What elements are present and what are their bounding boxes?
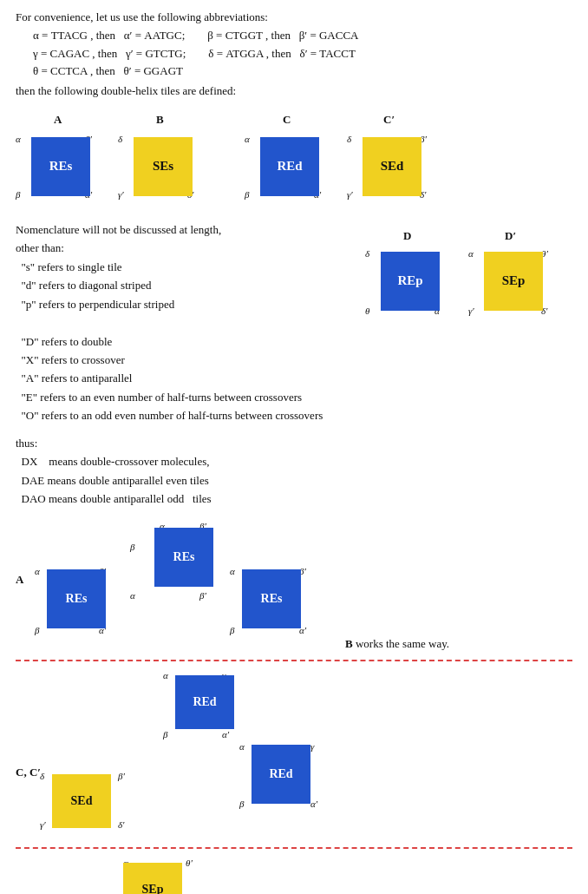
CC-sed-beta-prime: β′ [118, 771, 125, 781]
abbrev-row1: α = TTACG , then α′ = AATGC; β = CTGGT ,… [16, 27, 572, 45]
tile-C-alpha: α [245, 134, 250, 144]
A2-alpha-bot: α [130, 590, 135, 601]
tile-C-label: C [283, 113, 291, 127]
tile-group-CC-sed: δ β′ γ′ δ′ SEd [40, 752, 153, 838]
tile-D-theta: θ [365, 306, 369, 316]
CC-sed-delta-prime: δ′ [118, 819, 125, 830]
tile-D-box: REp [381, 252, 440, 311]
tile-A-label: A [54, 113, 62, 127]
abbrev-defined: then the following double-helix tiles ar… [16, 82, 572, 101]
abbrev-intro: For convenience, let us use the followin… [16, 9, 572, 27]
tile-C-box: REd [260, 137, 319, 196]
A1-beta: β [35, 625, 39, 635]
tile-Cprime-label: C′ [383, 113, 395, 127]
DD-sep-theta-prime: θ′ [186, 858, 193, 868]
section-a: A α β′ β α′ REs α β′ β α′ REs α β′ α β′ … [16, 521, 572, 651]
nomenclature-d: "d" refers to diagonal striped [16, 276, 356, 294]
tile-Cprime-delta: δ [347, 134, 351, 144]
abbrev-row2: γ = CAGAC , then γ′ = GTCTG; δ = ATGGA ,… [16, 45, 572, 63]
A1-alpha: α [35, 566, 40, 576]
tile-D-delta: δ [365, 248, 369, 259]
divider-2 [16, 847, 572, 849]
thus-dae: DAE means double antiparallel even tiles [16, 471, 572, 490]
A3-beta: β [230, 625, 234, 635]
nomenclature-D: "D" refers to double [16, 332, 356, 351]
CC-top-alpha-prime: α′ [222, 729, 229, 740]
tile-A-alpha: α [16, 134, 21, 144]
tile-group-A: A α β′ β α′ REs [16, 113, 111, 208]
tile-CC-top-box: REd [175, 675, 234, 729]
section-cc-label: C, C′ [16, 766, 41, 779]
tile-A3-box: REs [242, 569, 301, 628]
tile-CC-left-box: REd [252, 745, 310, 804]
nomenclature-title: Nomenclature will not be discussed at le… [16, 220, 356, 239]
thus-dao: DAO means double antiparallel odd tiles [16, 490, 572, 508]
nomenclature-E: "E" refers to an even number of half-tur… [16, 388, 356, 406]
nomenclature-O: "O" refers to an odd even number of half… [16, 406, 356, 424]
CC-left-gamma: γ [310, 741, 314, 752]
tile-group-A1: α β′ β α′ REs [33, 547, 128, 651]
tile-Dprime-label: D′ [505, 229, 516, 243]
section-b-note: B works the same way. [345, 637, 449, 651]
divider-1 [16, 660, 572, 661]
tile-Dprime-box: SEp [484, 252, 543, 311]
section-a-label: A [16, 573, 23, 587]
nomenclature-blank [16, 313, 356, 332]
nomenclature-s: "s" refers to single tile [16, 258, 356, 276]
tile-group-CC-left-red: α γ β α′ REd [239, 722, 343, 826]
nomenclature-other: other than: [16, 239, 356, 257]
tile-Cprime-gamma-prime: γ′ [347, 189, 353, 200]
section-cc: C, C′ α γ β α′ REd δ β′ γ′ δ′ SEd [16, 670, 572, 838]
CC-sed-delta: δ [40, 771, 44, 781]
A3-alpha: α [230, 566, 235, 576]
tile-B-delta: δ [118, 134, 122, 144]
tile-DD-sep-box: SEp [123, 863, 182, 894]
tile-group-Dprime: D′ α θ′ γ′ δ′ SEp [468, 229, 572, 329]
CC-left-alpha-prime: α′ [310, 799, 317, 809]
tile-B-gamma-prime: γ′ [118, 189, 124, 200]
tile-group-B: B δ γ γ′ δ′ SEs [118, 113, 213, 208]
A2-beta-prime-bot: β′ [199, 590, 206, 601]
CC-left-beta: β [239, 799, 244, 809]
tile-A-box: REs [31, 137, 90, 196]
abbrev-section: For convenience, let us use the followin… [16, 9, 572, 101]
tile-Cprime-box: SEd [363, 137, 421, 196]
tile-C-beta: β [245, 189, 249, 200]
tile-B-label: B [156, 113, 164, 127]
section-dd: D, D′ α θ′ SEp γ′ δ′ δ γ θ α R [16, 858, 572, 894]
thus-title: thus: [16, 434, 572, 452]
tile-D-label: D [403, 229, 411, 243]
nomenclature-A: "A" refers to antiparallel [16, 369, 356, 387]
CC-left-alpha: α [239, 741, 245, 752]
tile-A2-box: REs [154, 528, 213, 587]
nomenclature-block: Nomenclature will not be discussed at le… [16, 220, 356, 425]
tile-group-A2: α β′ β α′ REs α β′ [128, 521, 228, 651]
tile-A-beta: β [16, 189, 20, 200]
CC-sed-gamma-prime: γ′ [40, 819, 46, 830]
tile-Dprime-gamma-prime: γ′ [468, 306, 474, 316]
tile-CC-sed-box: SEd [52, 774, 111, 828]
tile-group-D: D δ γ θ α REp [365, 229, 465, 329]
tile-B-box: SEs [134, 137, 193, 196]
thus-dx: DX means double-crossover molecules, [16, 452, 572, 470]
A2-beta: β [130, 542, 134, 552]
tile-group-Cprime: C′ δ β′ γ′ δ′ SEd [347, 113, 451, 208]
tile-group-A3: α β′ β α′ REs [228, 547, 328, 651]
nomenclature-X: "X" refers to crossover [16, 351, 356, 369]
thus-section: thus: DX means double-crossover molecule… [16, 434, 572, 509]
tile-group-C: C α γ β α′ REd [245, 113, 340, 208]
CC-top-alpha: α [163, 670, 168, 680]
CC-top-beta: β [163, 729, 167, 740]
tile-Dprime-alpha: α [468, 248, 474, 259]
nomenclature-p: "p" refers to perpendicular striped [16, 295, 356, 313]
abbrev-row3: θ = CCTCA , then θ′ = GGAGT [16, 62, 572, 81]
tile-A1-box: REs [47, 569, 106, 628]
tile-group-DD-sep: α θ′ SEp [109, 858, 222, 894]
